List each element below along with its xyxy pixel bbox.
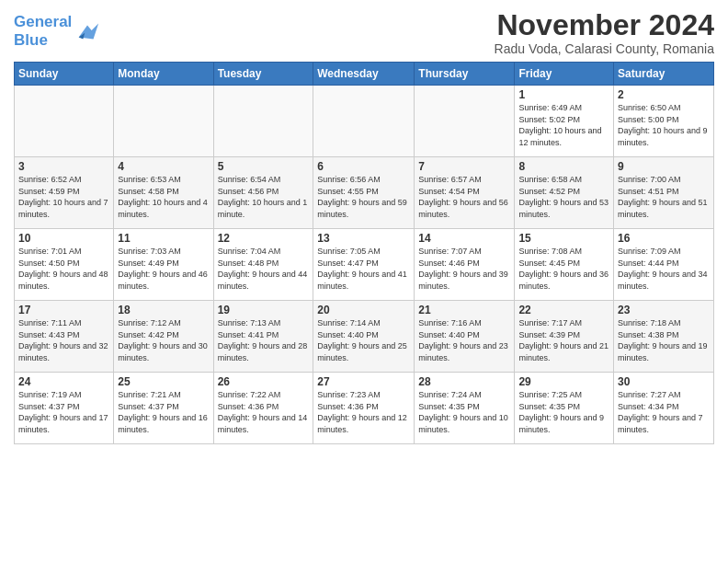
day-info: Sunrise: 7:22 AMSunset: 4:36 PMDaylight:… [218, 389, 310, 435]
calendar-cell: 25Sunrise: 7:21 AMSunset: 4:37 PMDayligh… [114, 373, 213, 444]
calendar-cell: 18Sunrise: 7:12 AMSunset: 4:42 PMDayligh… [114, 301, 213, 373]
day-info: Sunrise: 6:56 AMSunset: 4:55 PMDaylight:… [317, 174, 410, 220]
calendar-cell: 4Sunrise: 6:53 AMSunset: 4:58 PMDaylight… [114, 157, 213, 229]
calendar-cell: 11Sunrise: 7:03 AMSunset: 4:49 PMDayligh… [114, 229, 213, 301]
day-info: Sunrise: 7:23 AMSunset: 4:36 PMDaylight:… [317, 389, 410, 435]
day-info: Sunrise: 7:03 AMSunset: 4:49 PMDaylight:… [118, 246, 209, 292]
day-number: 20 [317, 304, 410, 316]
calendar-cell: 8Sunrise: 6:58 AMSunset: 4:52 PMDaylight… [515, 157, 614, 229]
day-number: 29 [518, 375, 609, 388]
calendar-cell: 30Sunrise: 7:27 AMSunset: 4:34 PMDayligh… [614, 373, 714, 444]
calendar-cell: 27Sunrise: 7:23 AMSunset: 4:36 PMDayligh… [313, 373, 415, 444]
calendar-cell [313, 86, 415, 157]
day-info: Sunrise: 6:58 AMSunset: 4:52 PMDaylight:… [518, 174, 609, 220]
calendar-cell: 20Sunrise: 7:14 AMSunset: 4:40 PMDayligh… [313, 301, 415, 373]
calendar-header-monday: Monday [114, 63, 213, 86]
logo: General Blue [14, 13, 100, 49]
calendar-cell: 12Sunrise: 7:04 AMSunset: 4:48 PMDayligh… [213, 229, 313, 301]
calendar-cell [415, 86, 515, 157]
day-number: 13 [317, 232, 410, 245]
calendar-row-1: 3Sunrise: 6:52 AMSunset: 4:59 PMDaylight… [15, 157, 714, 229]
calendar-cell: 24Sunrise: 7:19 AMSunset: 4:37 PMDayligh… [15, 373, 114, 444]
calendar-cell: 13Sunrise: 7:05 AMSunset: 4:47 PMDayligh… [313, 229, 415, 301]
title-block: November 2024 Radu Voda, Calarasi County… [495, 9, 714, 56]
day-number: 25 [118, 375, 209, 388]
day-info: Sunrise: 6:57 AMSunset: 4:54 PMDaylight:… [418, 174, 510, 220]
calendar-cell: 9Sunrise: 7:00 AMSunset: 4:51 PMDaylight… [614, 157, 714, 229]
calendar-cell [213, 86, 313, 157]
day-info: Sunrise: 7:14 AMSunset: 4:40 PMDaylight:… [317, 317, 410, 363]
day-number: 8 [518, 160, 609, 173]
calendar-row-0: 1Sunrise: 6:49 AMSunset: 5:02 PMDaylight… [15, 86, 714, 157]
day-info: Sunrise: 7:05 AMSunset: 4:47 PMDaylight:… [317, 246, 410, 292]
day-info: Sunrise: 7:00 AMSunset: 4:51 PMDaylight:… [618, 174, 710, 220]
calendar-body: 1Sunrise: 6:49 AMSunset: 5:02 PMDaylight… [15, 86, 714, 444]
calendar-cell: 14Sunrise: 7:07 AMSunset: 4:46 PMDayligh… [415, 229, 515, 301]
calendar-cell: 26Sunrise: 7:22 AMSunset: 4:36 PMDayligh… [213, 373, 313, 444]
day-number: 10 [18, 232, 109, 245]
calendar-cell: 21Sunrise: 7:16 AMSunset: 4:40 PMDayligh… [415, 301, 515, 373]
calendar-cell: 19Sunrise: 7:13 AMSunset: 4:41 PMDayligh… [213, 301, 313, 373]
day-number: 16 [618, 232, 710, 245]
calendar-header-tuesday: Tuesday [213, 63, 313, 86]
day-number: 2 [618, 88, 710, 101]
day-info: Sunrise: 6:53 AMSunset: 4:58 PMDaylight:… [118, 174, 209, 220]
logo-line1: General [14, 13, 72, 30]
day-number: 17 [18, 304, 109, 316]
calendar-row-4: 24Sunrise: 7:19 AMSunset: 4:37 PMDayligh… [15, 373, 714, 444]
day-number: 18 [118, 304, 209, 316]
calendar-header-saturday: Saturday [614, 63, 714, 86]
logo-bird-icon [74, 18, 100, 44]
day-info: Sunrise: 7:12 AMSunset: 4:42 PMDaylight:… [118, 317, 209, 363]
day-info: Sunrise: 6:54 AMSunset: 4:56 PMDaylight:… [218, 174, 310, 220]
day-info: Sunrise: 7:16 AMSunset: 4:40 PMDaylight:… [418, 317, 510, 363]
calendar-header-sunday: Sunday [15, 63, 114, 86]
day-number: 11 [118, 232, 209, 245]
day-number: 22 [518, 304, 609, 316]
day-number: 19 [218, 304, 310, 316]
day-number: 12 [218, 232, 310, 245]
month-title: November 2024 [495, 9, 714, 41]
calendar-cell: 23Sunrise: 7:18 AMSunset: 4:38 PMDayligh… [614, 301, 714, 373]
day-number: 30 [618, 375, 710, 388]
day-info: Sunrise: 7:07 AMSunset: 4:46 PMDaylight:… [418, 246, 510, 292]
calendar-table: SundayMondayTuesdayWednesdayThursdayFrid… [14, 62, 714, 444]
calendar-cell: 3Sunrise: 6:52 AMSunset: 4:59 PMDaylight… [15, 157, 114, 229]
day-info: Sunrise: 7:21 AMSunset: 4:37 PMDaylight:… [118, 389, 209, 435]
calendar-header-friday: Friday [515, 63, 614, 86]
day-info: Sunrise: 7:24 AMSunset: 4:35 PMDaylight:… [418, 389, 510, 435]
calendar-cell: 29Sunrise: 7:25 AMSunset: 4:35 PMDayligh… [515, 373, 614, 444]
day-number: 14 [418, 232, 510, 245]
day-info: Sunrise: 6:50 AMSunset: 5:00 PMDaylight:… [618, 102, 710, 148]
day-number: 23 [618, 304, 710, 316]
day-number: 9 [618, 160, 710, 173]
day-info: Sunrise: 7:13 AMSunset: 4:41 PMDaylight:… [218, 317, 310, 363]
day-info: Sunrise: 7:09 AMSunset: 4:44 PMDaylight:… [618, 246, 710, 292]
location: Radu Voda, Calarasi County, Romania [495, 41, 714, 56]
day-number: 5 [218, 160, 310, 173]
day-info: Sunrise: 7:17 AMSunset: 4:39 PMDaylight:… [518, 317, 609, 363]
calendar-row-3: 17Sunrise: 7:11 AMSunset: 4:43 PMDayligh… [15, 301, 714, 373]
calendar-cell: 17Sunrise: 7:11 AMSunset: 4:43 PMDayligh… [15, 301, 114, 373]
day-number: 15 [518, 232, 609, 245]
day-info: Sunrise: 7:25 AMSunset: 4:35 PMDaylight:… [518, 389, 609, 435]
calendar-cell: 6Sunrise: 6:56 AMSunset: 4:55 PMDaylight… [313, 157, 415, 229]
day-number: 24 [18, 375, 109, 388]
day-number: 4 [118, 160, 209, 173]
calendar-row-2: 10Sunrise: 7:01 AMSunset: 4:50 PMDayligh… [15, 229, 714, 301]
calendar-cell: 28Sunrise: 7:24 AMSunset: 4:35 PMDayligh… [415, 373, 515, 444]
calendar-cell: 5Sunrise: 6:54 AMSunset: 4:56 PMDaylight… [213, 157, 313, 229]
calendar-cell: 22Sunrise: 7:17 AMSunset: 4:39 PMDayligh… [515, 301, 614, 373]
day-info: Sunrise: 7:08 AMSunset: 4:45 PMDaylight:… [518, 246, 609, 292]
day-info: Sunrise: 7:11 AMSunset: 4:43 PMDaylight:… [18, 317, 109, 363]
day-number: 3 [18, 160, 109, 173]
day-info: Sunrise: 7:01 AMSunset: 4:50 PMDaylight:… [18, 246, 109, 292]
day-info: Sunrise: 7:18 AMSunset: 4:38 PMDaylight:… [618, 317, 710, 363]
calendar-header-row: SundayMondayTuesdayWednesdayThursdayFrid… [15, 63, 714, 86]
day-number: 7 [418, 160, 510, 173]
day-number: 27 [317, 375, 410, 388]
day-number: 28 [418, 375, 510, 388]
calendar-header-wednesday: Wednesday [313, 63, 415, 86]
calendar-header-thursday: Thursday [415, 63, 515, 86]
day-info: Sunrise: 6:49 AMSunset: 5:02 PMDaylight:… [518, 102, 609, 148]
